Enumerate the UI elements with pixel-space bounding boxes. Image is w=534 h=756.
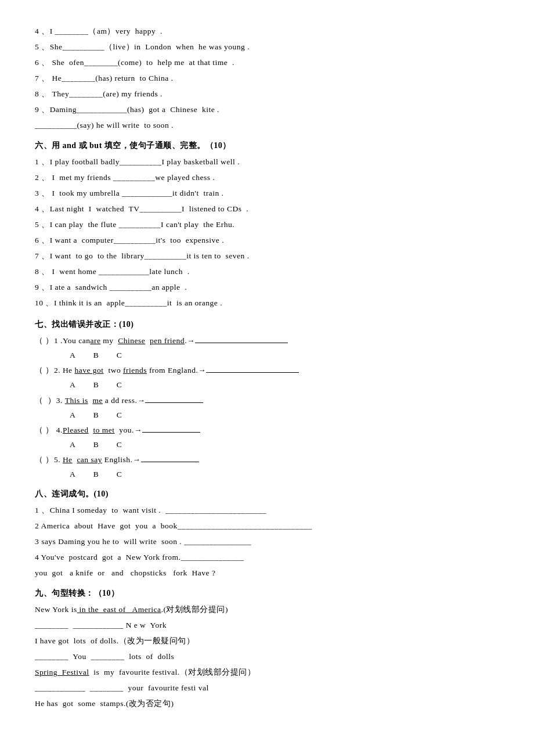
s7-4-label-c: C [117,438,122,452]
s9-item-4-original: He has got some stamps.(改为否定句) [35,696,499,711]
section-7: 七、找出错误并改正：(10) （ ）1 .You canare my Chine… [35,316,499,481]
s7-5-label-b: B [93,467,99,481]
worksheet-container: 4 、I ________（am）very happy . 5 、She____… [35,23,499,711]
s9-item-2-answer: ________ You ________ lots of dolls [35,649,499,664]
s6-line-3: 3 、 I took my umbrella ____________it di… [35,185,499,201]
section-9: 九、句型转换：（10） New York is in the east of A… [35,585,499,711]
s7-item-2-text: （ ）2. He have got two friends from Engla… [35,362,499,378]
s7-4-label-a: A [70,438,76,452]
s9-item-1: New York is in the east of America.(对划线部… [35,602,499,633]
s9-item-1-original: New York is in the east of America.(对划线部… [35,602,499,617]
s7-5-label-c: C [117,467,122,481]
s8-line-1: 1 、China I someday to want visit . _____… [35,502,499,518]
s7-3-answer[interactable] [145,402,203,403]
s7-item-1-labels: A B C [70,348,499,362]
section-9-title: 九、句型转换：（10） [35,585,499,602]
s6-line-8: 8 、 I went home ____________late lunch . [35,264,499,279]
s7-item-3: （ ）3. This is me a dd ress.→ A B C [35,393,499,422]
line-7: 7 、 He________(has) return to China . [35,70,499,86]
s9-item-3-original: Spring Festival is my favourite festival… [35,664,499,680]
s9-1-underline: in the east of America [77,605,161,614]
s6-line-9: 9 、I ate a sandwich __________an apple . [35,279,499,295]
s8-line-2: 2 America about Have got you a book_____… [35,518,499,534]
s7-3-label-a: A [70,408,76,422]
s7-item-1: （ ）1 .You canare my Chinese pen friend.→… [35,333,499,362]
s7-item-5-text: （ ）5. He can say English.→ [35,452,499,467]
s7-item-3-text: （ ）3. This is me a dd ress.→ [35,393,499,408]
s6-line-5: 5 、I can play the flute __________I can'… [35,217,499,232]
s6-line-1: 1 、I play football badly__________I play… [35,154,499,170]
s7-2-label-c: C [117,378,122,392]
line-8: 8 、 They________(are) my friends . [35,86,499,102]
s7-item-5: （ ）5. He can say English.→ A B C [35,452,499,481]
section-6: 六、用 and 或 but 填空，使句子通顺、完整。（10） 1 、I play… [35,138,499,311]
s7-5-answer[interactable] [141,462,199,462]
line-5: 5 、She__________（live）in London when he … [35,39,499,55]
s9-item-2-original: I have got lots of dolls.（改为一般疑问句） [35,633,499,649]
s7-2-label-b: B [93,378,99,392]
section-7-title: 七、找出错误并改正：(10) [35,316,499,333]
s7-1-answer[interactable] [195,343,288,343]
s7-2-answer[interactable] [206,372,299,373]
s9-item-4: He has got some stamps.(改为否定句) [35,696,499,711]
s7-5-label-a: A [70,467,76,481]
s9-item-1-answer: ________ ____________ N e w York [35,617,499,633]
s7-1-underline-c: pen friend [150,336,185,345]
section-5-lines: 4 、I ________（am）very happy . 5 、She____… [35,23,499,133]
section-6-title: 六、用 and 或 but 填空，使句子通顺、完整。（10） [35,138,499,154]
s7-2-underline-b: friends [123,366,147,375]
s7-1-label-c: C [117,348,122,362]
s7-item-4-text: （ ） 4.Pleased to met you.→ [35,422,499,438]
s7-item-2-labels: A B C [70,378,499,392]
s7-1-label-b: B [93,348,99,362]
s9-item-3: Spring Festival is my favourite festival… [35,664,499,696]
s7-2-label-a: A [70,378,76,392]
s7-1-underline-a: are [90,336,100,345]
s7-4-underline-a: Pleased [63,426,89,434]
s7-item-4: （ ） 4.Pleased to met you.→ A B C [35,422,499,452]
s7-item-1-text: （ ）1 .You canare my Chinese pen friend.→ [35,333,499,348]
s8-line-3: 3 says Daming you he to will write soon … [35,534,499,549]
s7-item-5-labels: A B C [70,467,499,481]
s7-5-underline-a: He [63,455,73,464]
s9-item-3-answer: ____________ ________ your favourite fes… [35,680,499,696]
line-4: 4 、I ________（am）very happy . [35,23,499,39]
s7-4-answer[interactable] [142,432,200,433]
section-8-title: 八、连词成句。(10) [35,486,499,502]
s7-2-underline-a: have got [75,366,104,375]
s7-3-underline-b: me [92,396,103,405]
s7-4-label-b: B [93,438,99,452]
s9-3-underline: Spring Festival [35,668,89,676]
s9-item-2: I have got lots of dolls.（改为一般疑问句） _____… [35,633,499,664]
s7-5-underline-b: can say [77,455,102,464]
s6-line-10: 10 、I think it is an apple__________it i… [35,295,499,311]
s6-line-2: 2 、 I met my friends __________we played… [35,170,499,185]
s7-4-underline-b: to met [93,426,114,434]
s7-item-3-labels: A B C [70,408,499,422]
line-9b: __________(say) he will write to soon . [35,117,499,133]
s7-3-label-b: B [93,408,99,422]
s8-line-4: 4 You've postcard got a New York from.__… [35,549,499,565]
section-8: 八、连词成句。(10) 1 、China I someday to want v… [35,486,499,581]
s7-3-underline-a: This is [65,396,88,405]
s7-item-2: （ ）2. He have got two friends from Engla… [35,362,499,392]
s6-line-7: 7 、I want to go to the library__________… [35,248,499,264]
s6-line-6: 6 、I want a computer__________it's too e… [35,232,499,248]
s7-1-label-a: A [70,348,76,362]
s7-item-4-labels: A B C [70,438,499,452]
s7-3-label-c: C [117,408,122,422]
s7-1-underline-b: Chinese [118,336,145,345]
s8-line-5: you got a knife or and chopsticks fork H… [35,565,499,581]
line-6: 6 、 She ofen________(come) to help me at… [35,55,499,70]
line-9: 9 、Daming____________(has) got a Chinese… [35,102,499,117]
s6-line-4: 4 、Last night I watched TV__________I li… [35,201,499,217]
